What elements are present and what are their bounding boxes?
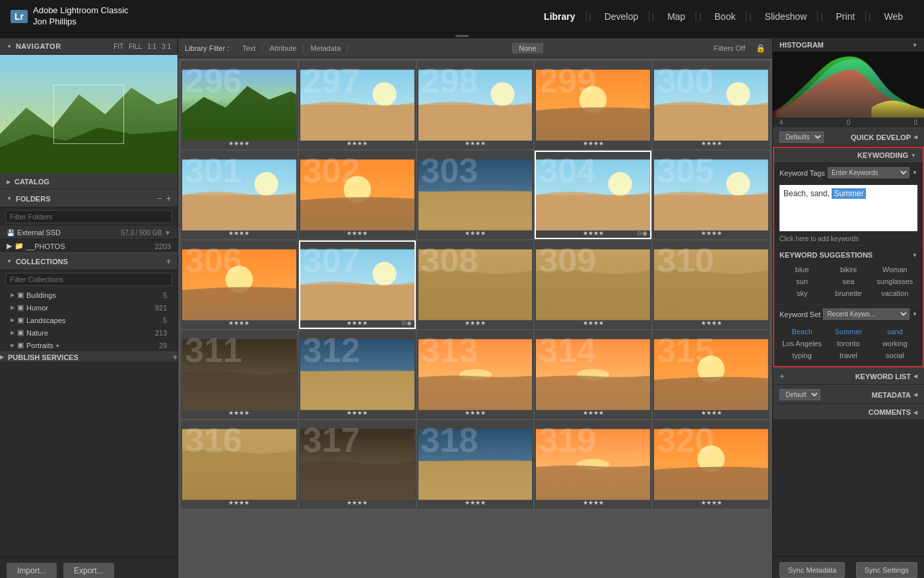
folder-filter-input[interactable] [5, 210, 172, 223]
export-button[interactable]: Export... [63, 563, 114, 579]
nav-fill-btn[interactable]: FILL [129, 43, 142, 50]
photo-cell-309[interactable]: 309 ★★★★ [535, 240, 651, 329]
photos-folder-item[interactable]: ▶ 📁 __PHOTOS 2203 [0, 240, 178, 252]
nav-fit-btn[interactable]: FIT [114, 43, 123, 50]
keyword-set-item-sand[interactable]: sand [873, 326, 917, 337]
collection-item-buildings[interactable]: ▶ ▣ Buildings 5 [0, 289, 178, 301]
filter-attribute-btn[interactable]: Attribute [263, 43, 304, 54]
keyword-input-area[interactable]: Beach, sand, Summer [779, 185, 917, 231]
photo-cell-311[interactable]: 311 ★★★★ [181, 330, 298, 419]
collection-item-landscapes[interactable]: ▶ ▣ Landscapes 5 [0, 314, 178, 326]
collections-header[interactable]: ▼ Collections + [0, 252, 178, 270]
photo-cell-315[interactable]: 315 ★★★★ [653, 330, 770, 419]
catalog-header[interactable]: ▶ Catalog [0, 174, 178, 190]
nav-slideshow[interactable]: Slideshow [754, 11, 818, 22]
sync-settings-button[interactable]: Sync Settings [856, 562, 917, 578]
keyword-set-item-los-angeles[interactable]: Los Angeles [779, 338, 824, 349]
photo-cell-301[interactable]: 301 ★★★★ [181, 151, 298, 239]
import-button[interactable]: Import... [7, 563, 57, 579]
histogram-dropdown-icon[interactable]: ▼ [912, 42, 917, 48]
photo-cell-320[interactable]: 320 ★★★★ [653, 420, 770, 509]
photo-cell-314[interactable]: 314 ★★★★ [535, 330, 651, 419]
keyword-set-item-social[interactable]: social [873, 350, 917, 361]
collection-filter-input[interactable] [5, 273, 172, 286]
drive-dropdown-icon[interactable]: ▼ [164, 229, 171, 236]
nav-develop[interactable]: Develop [594, 11, 649, 22]
folders-minus-btn[interactable]: − [157, 194, 162, 203]
publish-services-header[interactable]: ▶ Publish Services + [0, 351, 178, 363]
keyword-set-item-working[interactable]: working [873, 338, 917, 349]
photo-cell-312[interactable]: 312 ★★★★ [299, 330, 416, 419]
photo-cell-317[interactable]: 317 ★★★★ [299, 420, 416, 509]
photo-cell-297[interactable]: 297 ★★★★ [299, 61, 416, 149]
keyword-suggestion-Woman[interactable]: Woman [873, 264, 917, 275]
filter-metadata-btn[interactable]: Metadata [304, 43, 348, 54]
photo-grid-container[interactable]: 296 ★★★★ 297 ★★★★ [178, 58, 772, 578]
collection-item-nature[interactable]: ▶ ▣ Nature 213 [0, 326, 178, 339]
photo-cell-298[interactable]: 298 ★★★★ [417, 61, 534, 149]
photo-cell-319[interactable]: 319 ★★★★ [535, 420, 651, 509]
quick-develop-preset-select[interactable]: Defaults [779, 131, 824, 143]
photo-cell-305[interactable]: 305 ★★★★ [653, 151, 770, 239]
keyword-suggestions-header[interactable]: Keyword Suggestions ▼ [774, 248, 923, 262]
photo-cell-316[interactable]: 316 ★★★★ [181, 420, 298, 509]
keyword-click-to-add[interactable]: Click here to add keywords [774, 234, 923, 245]
folders-header[interactable]: ▼ Folders − + [0, 190, 178, 207]
nav-book[interactable]: Book [704, 11, 747, 22]
keyword-tags-select[interactable]: Enter Keywords [828, 167, 909, 178]
photo-cell-318[interactable]: 318 ★★★★ [417, 420, 534, 509]
drag-handle-top[interactable] [0, 33, 924, 38]
keyword-set-select[interactable]: Recent Keywo... [823, 308, 909, 320]
keyword-set-item-beach[interactable]: Beach [779, 326, 824, 337]
filter-lock-icon[interactable]: 🔒 [756, 44, 766, 53]
keyword-suggestion-sea[interactable]: sea [826, 276, 871, 287]
filter-text-btn[interactable]: Text [236, 43, 263, 54]
metadata-preset-select[interactable]: Default [779, 389, 820, 400]
photo-cell-307[interactable]: 307 ★★★★ ⊙◉ [299, 240, 416, 329]
collection-item-humor[interactable]: ▶ ▣ Humor 921 [0, 301, 178, 314]
navigator-header[interactable]: ▼ Navigator FIT FILL 1:1 3:1 [0, 38, 178, 55]
folders-plus-btn[interactable]: + [166, 194, 171, 203]
photo-cell-313[interactable]: 313 ★★★★ [417, 330, 534, 419]
nav-1to1-btn[interactable]: 1:1 [147, 43, 156, 50]
nav-print[interactable]: Print [826, 11, 867, 22]
nav-library[interactable]: Library [533, 11, 586, 22]
collections-plus-btn[interactable]: + [166, 256, 171, 266]
keyword-set-item-toronto[interactable]: toronto [826, 338, 871, 349]
keyword-set-dropdown-icon[interactable]: ▼ [912, 311, 917, 317]
metadata-header[interactable]: Default Metadata ◀ [773, 385, 924, 404]
keyword-suggestion-sky[interactable]: sky [779, 288, 824, 299]
quick-develop-header[interactable]: Defaults Quick Develop ◀ [773, 127, 924, 147]
photo-cell-299[interactable]: 299 ★★★★ [535, 61, 651, 149]
nav-map[interactable]: Map [657, 11, 696, 22]
filter-none-btn[interactable]: None [512, 43, 543, 54]
keyword-suggestion-bikini[interactable]: bikini [826, 264, 871, 275]
photo-cell-308[interactable]: 308 ★★★★ [417, 240, 534, 329]
drive-item[interactable]: 💾 External SSD 57.3 / 500 GB ▼ [0, 226, 178, 240]
publish-plus-btn[interactable]: + [172, 352, 178, 362]
photo-cell-306[interactable]: 306 ★★★★ [181, 240, 298, 329]
nav-3to1-btn[interactable]: 3:1 [162, 43, 171, 50]
nav-web[interactable]: Web [873, 11, 913, 22]
keywording-header[interactable]: Keywording ▼ [774, 148, 923, 163]
keyword-suggestion-sunglasses[interactable]: sunglasses [873, 276, 917, 287]
keyword-tags-dropdown-icon[interactable]: ▼ [912, 170, 917, 176]
comments-header[interactable]: Comments ◀ [773, 404, 924, 420]
keyword-set-item-summer[interactable]: Summer [826, 326, 871, 337]
photo-cell-303[interactable]: 303 ★★★★ [417, 151, 534, 239]
photo-cell-304[interactable]: 304 ★★★★ ⊙◉ [535, 151, 651, 239]
keyword-suggestion-blue[interactable]: blue [779, 264, 824, 275]
keyword-list-add-icon[interactable]: + [779, 371, 785, 381]
keyword-suggestion-vacation[interactable]: vacation [873, 288, 917, 299]
keyword-suggestion-sun[interactable]: sun [779, 276, 824, 287]
collection-item-portraits +[interactable]: ▶ ▣ Portraits + 29 [0, 339, 178, 351]
photo-cell-302[interactable]: 302 ★★★★ [299, 151, 416, 239]
keyword-set-item-travel[interactable]: travel [826, 350, 871, 361]
sync-metadata-button[interactable]: Sync Metadata [779, 562, 845, 578]
keyword-suggestion-brunette[interactable]: brunette [826, 288, 871, 299]
photo-cell-300[interactable]: 300 ★★★★ [653, 61, 770, 149]
photo-cell-296[interactable]: 296 ★★★★ [181, 61, 298, 149]
photo-cell-310[interactable]: 310 ★★★★ [653, 240, 770, 329]
keyword-list-header[interactable]: + Keyword List ◀ [773, 367, 924, 385]
keyword-set-item-typing[interactable]: typing [779, 350, 824, 361]
